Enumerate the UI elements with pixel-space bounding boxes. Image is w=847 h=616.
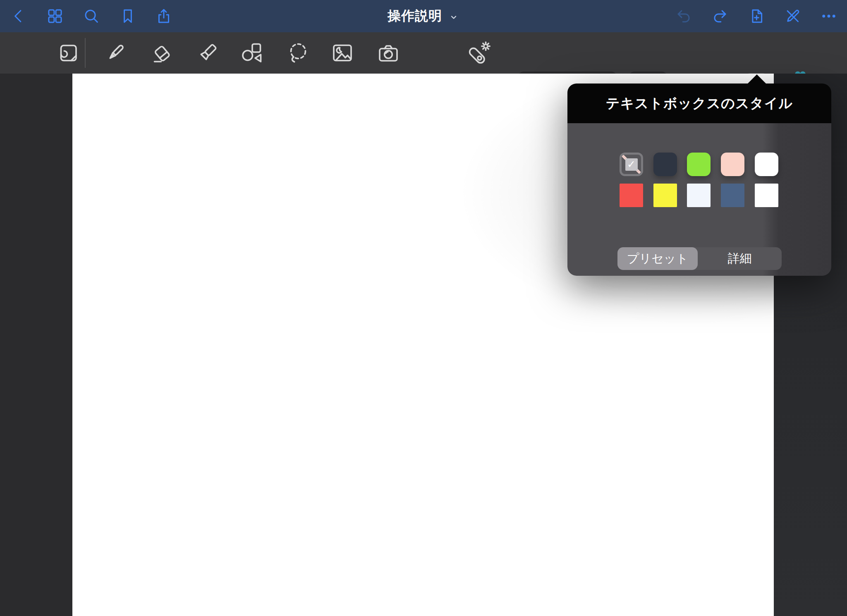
tool-laser-pointer[interactable] bbox=[465, 39, 493, 67]
style-preset-red[interactable] bbox=[620, 184, 643, 207]
laser-pointer-icon bbox=[467, 41, 491, 65]
more-options-button[interactable] bbox=[819, 6, 839, 26]
search-button[interactable] bbox=[81, 6, 101, 26]
page-curl-icon bbox=[56, 41, 81, 65]
popover-header: テキストボックスのスタイル bbox=[567, 84, 831, 123]
lasso-icon bbox=[286, 41, 311, 65]
back-button[interactable] bbox=[9, 6, 29, 26]
tab-presets[interactable]: プリセット bbox=[617, 247, 698, 270]
read-only-mode-button[interactable] bbox=[783, 6, 803, 26]
app-window: 操作説明 bbox=[0, 0, 847, 616]
bookmark-icon bbox=[119, 7, 136, 25]
document-title: 操作説明 bbox=[388, 7, 442, 25]
style-preset-white[interactable] bbox=[755, 153, 778, 176]
navigation-bar: 操作説明 bbox=[0, 0, 847, 32]
style-preset-slate-blue[interactable] bbox=[721, 184, 744, 207]
undo-button[interactable] bbox=[674, 6, 694, 26]
selected-check-icon: ✓ bbox=[625, 158, 638, 171]
style-preset-pale-blue[interactable] bbox=[687, 184, 711, 207]
eraser-icon bbox=[149, 41, 174, 65]
page-sidebar-button[interactable] bbox=[55, 39, 82, 67]
shapes-icon bbox=[239, 41, 264, 65]
add-page-button[interactable] bbox=[747, 6, 766, 26]
add-page-icon bbox=[748, 7, 765, 25]
pencil-crossed-icon bbox=[784, 7, 802, 25]
style-preset-current-selected[interactable]: ✓ bbox=[620, 153, 643, 176]
tool-highlighter[interactable] bbox=[194, 39, 221, 67]
ellipsis-icon bbox=[820, 7, 837, 25]
grid-icon bbox=[46, 7, 64, 25]
redo-button[interactable] bbox=[710, 6, 730, 26]
document-title-button[interactable]: 操作説明 bbox=[388, 7, 459, 25]
share-icon bbox=[155, 7, 172, 25]
camera-icon bbox=[376, 41, 401, 65]
redo-icon bbox=[711, 7, 728, 25]
pen-icon bbox=[103, 41, 128, 65]
search-icon bbox=[83, 7, 100, 25]
tool-camera[interactable] bbox=[375, 39, 402, 67]
popover-title: テキストボックスのスタイル bbox=[606, 94, 793, 113]
style-preset-yellow[interactable] bbox=[653, 184, 677, 207]
popover-tab-bar: プリセット 詳細 bbox=[617, 247, 782, 270]
back-chevron-icon bbox=[10, 7, 27, 25]
share-button[interactable] bbox=[154, 6, 174, 26]
undo-icon bbox=[675, 7, 693, 25]
tool-eraser[interactable] bbox=[148, 39, 175, 67]
style-preset-green[interactable] bbox=[687, 153, 711, 176]
canvas-left-margin bbox=[0, 74, 72, 616]
title-chevron-down-icon bbox=[449, 12, 459, 22]
tool-image[interactable] bbox=[329, 39, 356, 67]
style-preset-dark-navy[interactable] bbox=[653, 153, 677, 176]
bookmark-button[interactable] bbox=[118, 6, 138, 26]
style-preset-peach[interactable] bbox=[721, 153, 744, 176]
tool-shapes[interactable] bbox=[238, 39, 265, 67]
tab-details[interactable]: 詳細 bbox=[698, 247, 782, 270]
tool-pen[interactable] bbox=[102, 39, 129, 67]
tool-lasso[interactable] bbox=[285, 39, 312, 67]
image-icon bbox=[330, 41, 355, 65]
style-preset-white-2[interactable] bbox=[755, 184, 778, 207]
toolbar-divider bbox=[85, 38, 86, 68]
highlighter-icon bbox=[195, 41, 220, 65]
tools-toolbar: T YuGo-Medium 30 bbox=[0, 32, 847, 74]
documents-grid-button[interactable] bbox=[45, 6, 65, 26]
popover-body: ✓ プリセット 詳細 bbox=[567, 123, 831, 276]
text-box-style-popover: テキストボックスのスタイル ✓ プリセット 詳細 bbox=[567, 84, 831, 276]
